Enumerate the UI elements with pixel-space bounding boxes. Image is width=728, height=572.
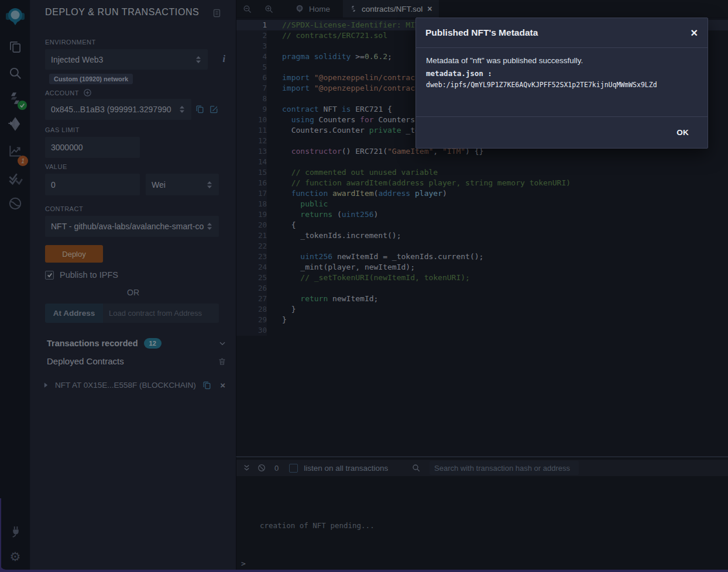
metadata-filename: metadata.json : <box>426 69 698 78</box>
modal-header: Published NFT's Metadata ✕ <box>416 18 708 48</box>
modal-title: Published NFT's Metadata <box>425 27 691 38</box>
ok-button[interactable]: OK <box>673 128 692 137</box>
ipfs-hash: dweb:/ipfs/QmYL9P1Z7KE6AQvKJPFF52SX1p2TE… <box>426 81 698 89</box>
modal-message: Metadata of "nft" was published successf… <box>426 56 698 65</box>
published-metadata-modal: Published NFT's Metadata ✕ Metadata of "… <box>415 18 708 149</box>
modal-footer: OK <box>416 116 708 147</box>
modal-close-icon[interactable]: ✕ <box>691 27 698 39</box>
modal-body: Metadata of "nft" was published successf… <box>416 48 708 116</box>
